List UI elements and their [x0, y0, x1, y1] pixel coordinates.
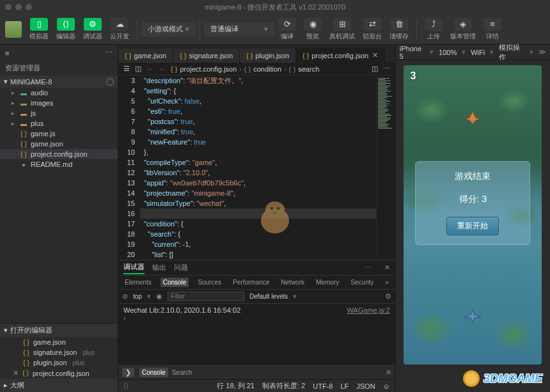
- levels-select[interactable]: Default levels: [249, 293, 288, 300]
- action-3[interactable]: ⇄切后台: [359, 18, 386, 41]
- encoding[interactable]: UTF-8: [313, 382, 333, 390]
- panel-tab-output[interactable]: 输出: [152, 262, 166, 274]
- editor-area: { }game.json{ }signature.json{ }plugin.j…: [118, 45, 396, 392]
- device-select[interactable]: iPhone 5: [400, 45, 425, 60]
- simulator-panel: iPhone 5▾ 100%▾ WiFi▾ 模拟操作▾ ≫ 3 游戏结束 得分:…: [396, 45, 550, 392]
- tree-item[interactable]: { }game.json: [0, 139, 118, 149]
- feedback-icon[interactable]: ☺: [383, 382, 390, 390]
- editor-button[interactable]: ⟨⟩编辑器: [52, 18, 79, 41]
- split-icon[interactable]: ◫: [372, 65, 378, 73]
- bottom-panel: 调试器 输出 问题 ⋯ ✕ ElementsConsoleSourcesPerf…: [118, 260, 395, 365]
- tab-size[interactable]: 制表符长度: 2: [262, 381, 305, 391]
- eol[interactable]: LF: [340, 382, 349, 390]
- compile-select[interactable]: 普通编译▾: [204, 22, 274, 36]
- right-action-1[interactable]: ◈版本管理: [446, 18, 480, 41]
- editor-tab[interactable]: { }project.config.json✕: [296, 48, 385, 63]
- main-toolbar: ▯模拟器 ⟨⟩编辑器 ⚙调试器 ☁云开发 小游戏模式▾ 普通编译▾ ⟳编译◉预览…: [0, 14, 550, 45]
- open-editor-item[interactable]: { }plugin.jsonplus: [0, 357, 118, 368]
- language[interactable]: JSON: [356, 382, 375, 390]
- panel-tab-debugger[interactable]: 调试器: [123, 261, 145, 274]
- breadcrumb[interactable]: { }project.config.json› ( )condition› ( …: [171, 65, 319, 73]
- console-output[interactable]: Wechat Lib:2.10.0, 2020.1.6 16:54:02WAGa…: [118, 304, 395, 365]
- tree-item[interactable]: ▸▬audio: [0, 88, 118, 98]
- open-editor-item[interactable]: ✕{ }project.config.json: [0, 368, 118, 379]
- outline-section[interactable]: ▸大纲: [0, 379, 118, 392]
- game-over-dialog: 游戏结束 得分: 3 重新开始: [415, 161, 530, 245]
- cursor-position[interactable]: 行 18, 列 21: [217, 381, 255, 391]
- simulator-button[interactable]: ▯模拟器: [26, 18, 52, 41]
- devtool-tab[interactable]: Network: [278, 278, 307, 287]
- zoom-select[interactable]: 100%: [439, 49, 457, 56]
- titlebar: minigame-8 - 微信开发者工具 v1.02.2001070: [0, 0, 550, 14]
- panel-close-icon[interactable]: ✕: [384, 263, 390, 272]
- nav-back-icon[interactable]: ←: [146, 65, 153, 73]
- action-2[interactable]: ⊞真机调试: [326, 18, 359, 41]
- filter-input[interactable]: [168, 292, 244, 301]
- window-title: minigame-8 - 微信开发者工具 v1.02.2001070: [205, 3, 345, 12]
- restart-button[interactable]: 重新开始: [446, 217, 499, 235]
- settings-icon[interactable]: ⚙: [385, 292, 391, 301]
- drawer-close-icon[interactable]: ✕: [386, 368, 391, 377]
- code-editor[interactable]: 34567891011121314151617181920212223 "des…: [118, 75, 395, 260]
- menu-icon[interactable]: ≡: [5, 49, 9, 57]
- score-display: 3: [410, 70, 416, 82]
- tree-item[interactable]: { }game.js: [0, 129, 118, 139]
- nav-fwd-icon[interactable]: →: [159, 65, 166, 73]
- devtool-tab[interactable]: Console: [161, 278, 189, 287]
- debugger-button[interactable]: ⚙调试器: [79, 18, 106, 41]
- editor-toolbar: ☰ ◫ ← → { }project.config.json› ( )condi…: [118, 63, 395, 75]
- action-0[interactable]: ⟳编译: [274, 18, 300, 41]
- project-section[interactable]: ▾MINIGAME-8◯: [0, 75, 118, 88]
- sim-action-select[interactable]: 模拟操作: [499, 43, 524, 62]
- watermark-logo-icon: [463, 370, 480, 387]
- more-icon[interactable]: ⋯: [106, 49, 113, 57]
- devtool-more-icon[interactable]: »: [382, 278, 391, 287]
- clear-console-icon[interactable]: ⊘: [122, 292, 128, 301]
- open-editors-section[interactable]: ▾打开的编辑器: [0, 324, 118, 337]
- devtool-tab[interactable]: Elements: [122, 278, 154, 287]
- devtool-tab[interactable]: Security: [348, 278, 376, 287]
- right-action-2[interactable]: ≡详情: [480, 18, 505, 41]
- back-icon[interactable]: ☰: [123, 65, 130, 73]
- sidebar: ≡⋯ 资源管理器 ▾MINIGAME-8◯ ▸▬audio▸▬images▸▬j…: [0, 45, 118, 392]
- player-plane: [463, 308, 482, 324]
- editor-tab[interactable]: { }signature.json: [173, 49, 240, 63]
- tree-item[interactable]: ▸▬plus: [0, 118, 118, 129]
- tree-item[interactable]: { }project.config.json: [0, 149, 118, 159]
- tree-item[interactable]: ▸▬js: [0, 108, 118, 118]
- bookmark-icon[interactable]: ◫: [135, 65, 141, 73]
- game-canvas[interactable]: 3 游戏结束 得分: 3 重新开始: [404, 65, 542, 365]
- panel-more-icon[interactable]: ⋯: [365, 263, 372, 272]
- window-controls[interactable]: [5, 4, 32, 10]
- minimap[interactable]: [376, 75, 395, 260]
- devtool-tab[interactable]: Memory: [313, 278, 342, 287]
- sim-more-icon[interactable]: ≫: [538, 48, 546, 56]
- watermark-text: 3DMGAME: [483, 372, 542, 386]
- devtool-tab[interactable]: Sources: [195, 278, 224, 287]
- cloud-button[interactable]: ☁云开发: [106, 18, 133, 41]
- right-action-0[interactable]: ⤴上传: [421, 18, 446, 41]
- eye-icon[interactable]: ◉: [156, 292, 162, 301]
- drawer-tab-search[interactable]: Search: [169, 368, 195, 377]
- status-chevron-icon[interactable]: ⟨⟩: [123, 382, 129, 390]
- drawer-chevron-icon[interactable]: ❯: [122, 368, 134, 377]
- tree-item[interactable]: ▸▬images: [0, 98, 118, 108]
- user-avatar[interactable]: [5, 21, 22, 38]
- open-editor-item[interactable]: { }game.json: [0, 337, 118, 347]
- action-1[interactable]: ◉预览: [300, 18, 326, 41]
- editor-tab[interactable]: { }plugin.json: [240, 49, 296, 63]
- drawer-tab-console[interactable]: Console: [139, 368, 168, 377]
- editor-tabs: { }game.json{ }signature.json{ }plugin.j…: [118, 45, 395, 63]
- network-select[interactable]: WiFi: [471, 49, 485, 56]
- editor-tab[interactable]: { }game.json: [118, 49, 173, 63]
- tree-item[interactable]: ●README.md: [0, 159, 118, 169]
- more-editor-icon[interactable]: ⋯: [383, 65, 390, 73]
- explorer-title: 资源管理器: [0, 61, 118, 75]
- statusbar: ⟨⟩ 行 18, 列 21 制表符长度: 2 UTF-8 LF JSON ☺: [118, 379, 395, 392]
- devtool-tab[interactable]: Performance: [230, 278, 272, 287]
- open-editor-item[interactable]: { }signature.jsonplus: [0, 347, 118, 357]
- mode-select[interactable]: 小游戏模式▾: [141, 22, 196, 36]
- scope-select[interactable]: top: [133, 293, 142, 300]
- action-4[interactable]: 🗑清缓存: [386, 18, 412, 41]
- panel-tab-problems[interactable]: 问题: [174, 262, 188, 274]
